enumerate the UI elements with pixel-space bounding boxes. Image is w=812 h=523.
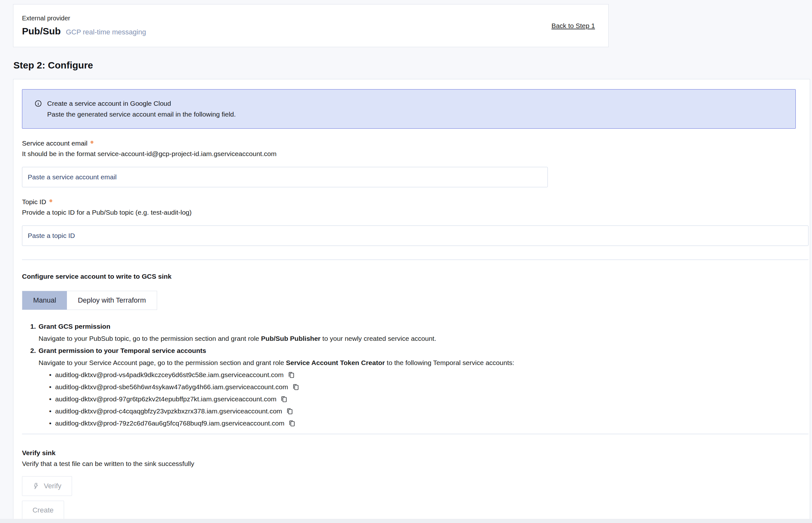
topic-id-hint: Provide a topic ID for a Pub/Sub topic (… (22, 209, 802, 216)
info-banner: Create a service account in Google Cloud… (22, 89, 796, 129)
service-account-email-label: Service account email (22, 140, 87, 147)
role-name: Service Account Token Creator (286, 359, 385, 366)
info-icon (34, 100, 42, 107)
provider-tagline: GCP real-time messaging (66, 28, 146, 36)
create-button[interactable]: Create (22, 501, 64, 520)
topic-id-field: Topic ID Provide a topic ID for a Pub/Su… (22, 198, 802, 246)
copy-icon[interactable] (280, 395, 288, 403)
lightning-icon (33, 483, 39, 490)
provider-info: External provider Pub/Sub GCP real-time … (22, 15, 146, 37)
list-item: auditlog-dktxv@prod-sbe56h6wr4sykaw47a6y… (55, 381, 802, 393)
service-account-email: auditlog-dktxv@prod-vs4padk9dkczcey6d6st… (55, 371, 284, 378)
verify-button-label: Verify (44, 482, 61, 490)
list-item: auditlog-dktxv@prod-c4cqaqgbfzy23vpzkbxz… (55, 405, 802, 417)
verify-sink-description: Verify that a test file can be written t… (22, 460, 802, 468)
step-item-grant-temporal: Grant permission to your Temporal servic… (38, 345, 802, 429)
required-indicator (49, 199, 52, 202)
sink-config-tab-group: Manual Deploy with Terraform (22, 291, 157, 310)
back-to-step-1-link[interactable]: Back to Step 1 (551, 22, 595, 30)
tab-deploy-with-terraform[interactable]: Deploy with Terraform (67, 291, 157, 310)
step-body-text: Navigate to your Service Account page, g… (38, 359, 286, 366)
step-item-grant-gcs: Grant GCS permission Navigate to your Pu… (38, 321, 802, 345)
service-account-email-input[interactable] (22, 167, 548, 187)
step-title: Grant permission to your Temporal servic… (38, 345, 802, 357)
step-body-text: to the following Temporal service accoun… (385, 359, 514, 366)
required-indicator (90, 141, 93, 144)
section-divider (22, 259, 809, 260)
topic-id-label: Topic ID (22, 198, 46, 206)
copy-icon[interactable] (287, 371, 295, 379)
verify-button[interactable]: Verify (22, 476, 72, 496)
topic-id-input[interactable] (22, 226, 809, 246)
info-banner-body: Paste the generated service account emai… (34, 109, 786, 120)
list-item: auditlog-dktxv@prod-79z2c6d76au6g5fcq768… (55, 417, 802, 429)
service-account-email: auditlog-dktxv@prod-79z2c6d76au6g5fcq768… (55, 419, 284, 427)
provider-name: Pub/Sub (22, 26, 61, 37)
list-item: auditlog-dktxv@prod-vs4padk9dkczcey6d6st… (55, 369, 802, 381)
step-heading: Step 2: Configure (13, 60, 812, 71)
provider-eyebrow: External provider (22, 15, 146, 22)
step-title: Grant GCS permission (38, 321, 802, 332)
step-body-text: Navigate to your PubSub topic, go to the… (38, 335, 261, 342)
manual-steps-list: Grant GCS permission Navigate to your Pu… (22, 321, 802, 429)
service-account-email-hint: It should be in the format service-accou… (22, 150, 802, 158)
configure-sink-heading: Configure service account to write to GC… (22, 273, 802, 280)
service-account-email: auditlog-dktxv@prod-97gr6tp6zkv2t4epubff… (55, 395, 276, 402)
info-banner-title: Create a service account in Google Cloud (47, 98, 171, 109)
copy-icon[interactable] (288, 419, 296, 427)
copy-icon[interactable] (286, 408, 294, 415)
provider-card: External provider Pub/Sub GCP real-time … (13, 4, 609, 47)
service-account-list: auditlog-dktxv@prod-vs4padk9dkczcey6d6st… (38, 369, 802, 429)
tab-manual[interactable]: Manual (22, 291, 67, 310)
step-body: Navigate to your Service Account page, g… (38, 357, 802, 369)
service-account-email: auditlog-dktxv@prod-c4cqaqgbfzy23vpzkbxz… (55, 408, 282, 415)
verify-sink-heading: Verify sink (22, 449, 802, 457)
service-account-email: auditlog-dktxv@prod-sbe56h6wr4sykaw47a6y… (55, 383, 288, 391)
step-body: Navigate to your PubSub topic, go to the… (38, 332, 802, 345)
list-item: auditlog-dktxv@prod-97gr6tp6zkv2t4epubff… (55, 393, 802, 405)
step-body-text: to your newly created service account. (321, 335, 436, 342)
role-name: Pub/Sub Publisher (261, 335, 321, 342)
copy-icon[interactable] (292, 383, 300, 391)
configure-card: Create a service account in Google Cloud… (13, 79, 810, 520)
page-bottom-strip (0, 519, 812, 523)
section-divider (22, 434, 809, 434)
service-account-email-field: Service account email It should be in th… (22, 140, 802, 187)
